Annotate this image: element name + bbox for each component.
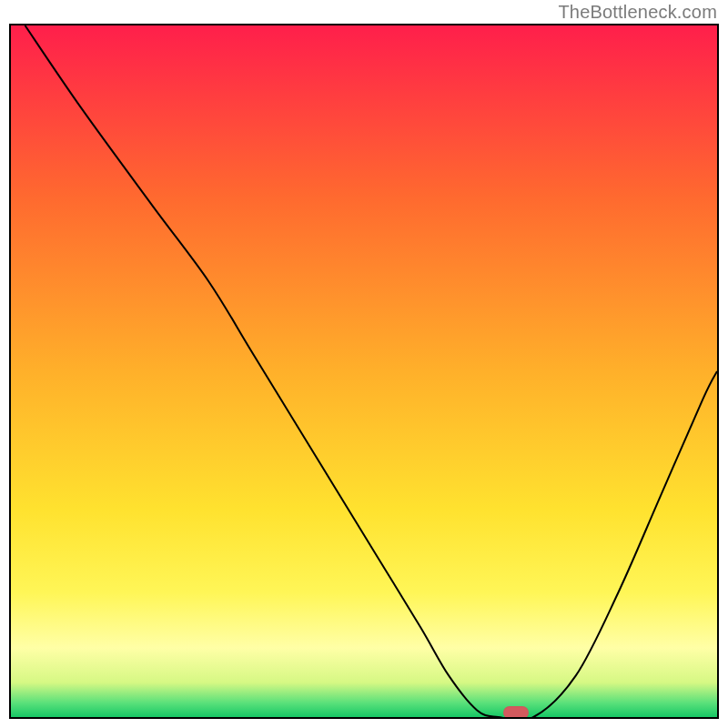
chart-marker — [503, 706, 529, 717]
watermark-text: TheBottleneck.com — [558, 2, 717, 23]
chart-plot-area — [11, 25, 717, 717]
chart-curve — [11, 25, 717, 717]
chart-frame — [9, 24, 719, 719]
